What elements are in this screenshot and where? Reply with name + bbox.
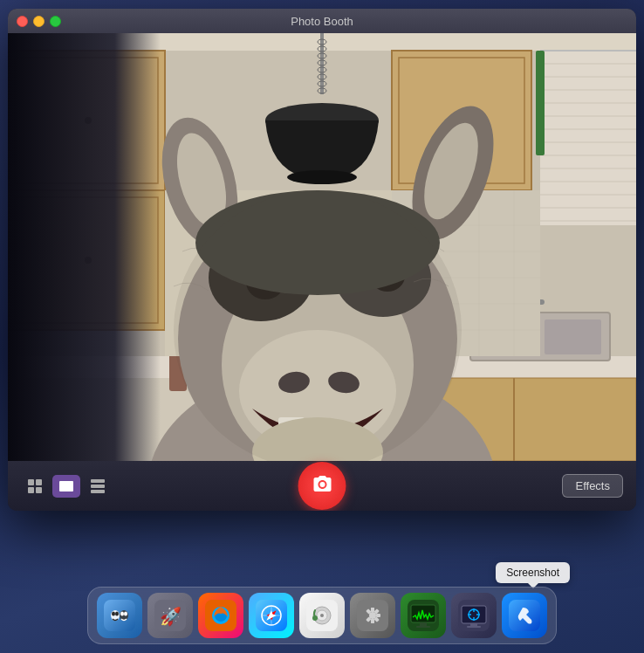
svg-rect-44: [545, 320, 601, 354]
view-modes: [21, 475, 112, 498]
control-bar: Effects: [8, 461, 636, 511]
grid-view-button[interactable]: [21, 475, 49, 498]
svg-point-101: [120, 612, 124, 616]
grid-icon: [26, 478, 44, 495]
finder-svg: [104, 600, 135, 631]
system-prefs-svg: [357, 600, 388, 631]
screenshot-tooltip: Screenshot: [496, 562, 570, 583]
dock-activity-monitor-icon[interactable]: [401, 593, 446, 638]
dock-screenshot-app-icon[interactable]: [451, 593, 497, 638]
scene-background: [8, 33, 636, 461]
launchpad-svg: 🚀: [154, 600, 186, 631]
svg-point-37: [287, 170, 357, 184]
minimize-button[interactable]: [33, 16, 45, 27]
svg-rect-122: [371, 608, 374, 612]
svg-rect-89: [28, 487, 34, 493]
camera-svg: [312, 473, 332, 494]
svg-rect-133: [416, 626, 430, 628]
dock-finder-icon[interactable]: [97, 593, 142, 638]
titlebar: Photo Booth: [8, 9, 636, 33]
svg-point-118: [312, 615, 318, 621]
window-title: Photo Booth: [291, 15, 353, 28]
svg-rect-90: [36, 487, 42, 493]
svg-point-117: [320, 614, 324, 617]
effects-button[interactable]: Effects: [562, 474, 623, 498]
svg-rect-126: [376, 614, 380, 617]
dock: 🚀: [87, 587, 557, 644]
single-view-button[interactable]: [52, 475, 80, 498]
svg-point-86: [174, 190, 462, 461]
single-icon: [58, 478, 75, 495]
dock-safari-icon[interactable]: [249, 593, 294, 638]
camera-view: [8, 33, 636, 461]
svg-point-102: [124, 612, 127, 616]
svg-text:🚀: 🚀: [160, 606, 182, 627]
screenshot-app-svg: [458, 600, 490, 631]
svg-point-100: [115, 612, 119, 616]
maximize-button[interactable]: [50, 16, 61, 27]
svg-rect-93: [91, 485, 105, 488]
photo-booth-window: Photo Booth: [8, 9, 636, 511]
tool-svg: [509, 600, 540, 631]
dock-launchpad-icon[interactable]: 🚀: [147, 593, 193, 638]
camera-scene: [8, 33, 636, 461]
svg-rect-88: [36, 479, 42, 485]
svg-rect-65: [8, 33, 161, 461]
svg-point-95: [319, 482, 325, 487]
capture-button[interactable]: [298, 462, 346, 510]
dock-system-prefs-icon[interactable]: [350, 593, 395, 638]
svg-rect-124: [371, 619, 374, 623]
safari-svg: [256, 600, 287, 631]
svg-rect-91: [59, 481, 73, 491]
dock-disk-utility-icon[interactable]: [299, 593, 345, 638]
close-button[interactable]: [17, 16, 28, 27]
activity-monitor-svg: [408, 600, 439, 631]
svg-rect-132: [420, 622, 427, 626]
svg-point-120: [369, 612, 376, 619]
svg-point-98: [120, 610, 128, 621]
strip-view-button[interactable]: [84, 475, 112, 498]
svg-rect-87: [28, 479, 34, 485]
svg-rect-92: [91, 479, 105, 483]
traffic-lights: [17, 16, 61, 27]
svg-rect-26: [536, 51, 545, 155]
dock-tool-icon[interactable]: [502, 593, 547, 638]
strip-icon: [89, 478, 106, 495]
svg-rect-136: [470, 623, 477, 626]
svg-rect-137: [467, 626, 481, 628]
svg-rect-94: [91, 490, 105, 493]
svg-point-99: [112, 612, 115, 616]
firefox-svg: [205, 600, 236, 631]
dock-firefox-icon[interactable]: [198, 593, 243, 638]
camera-icon: [312, 473, 332, 499]
disk-utility-svg: [306, 600, 338, 631]
svg-point-97: [111, 610, 120, 621]
